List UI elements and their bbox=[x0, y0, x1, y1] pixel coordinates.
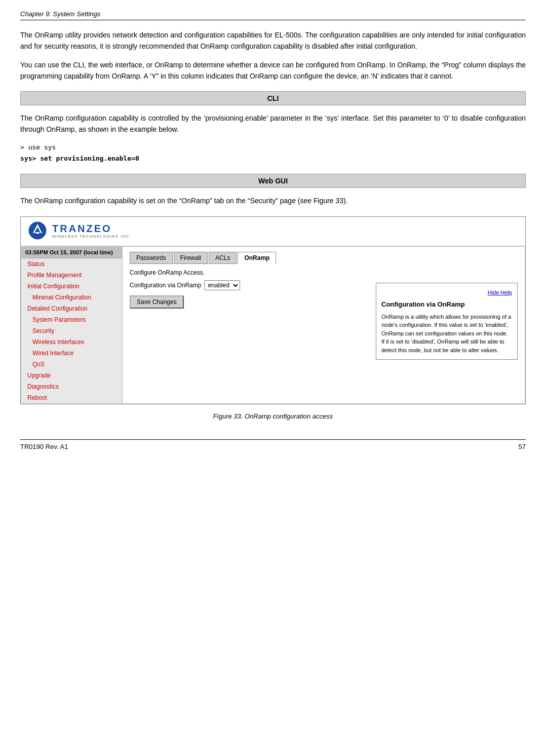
logo-box: TRANZEO WIRELESS TECHNOLOGIES INC. bbox=[52, 223, 131, 239]
sidebar-item-qos[interactable]: QoS bbox=[21, 359, 122, 370]
help-title: Configuration via OnRamp bbox=[381, 299, 512, 310]
save-changes-button[interactable]: Save Changes bbox=[130, 295, 184, 309]
code-line-2: sys> set provisioning.enable=0 bbox=[20, 153, 526, 164]
gui-screenshot: TRANZEO WIRELESS TECHNOLOGIES INC. 03:56… bbox=[20, 216, 526, 404]
main-content-area: Configuration via OnRamp enabled disable… bbox=[130, 280, 518, 360]
gui-main-panel: Passwords Firewall ACLs OnRamp Configure… bbox=[123, 247, 525, 403]
sidebar-item-system-parameters[interactable]: System Parameters bbox=[21, 314, 122, 325]
sidebar-item-minimal-configuration[interactable]: Minimal Configuration bbox=[21, 292, 122, 303]
sidebar-item-upgrade[interactable]: Upgrade bbox=[21, 370, 122, 381]
sidebar-item-wired-interface[interactable]: Wired Interface bbox=[21, 348, 122, 359]
sidebar-item-detailed-configuration[interactable]: Detailed Configuration bbox=[21, 303, 122, 314]
paragraph-1: The OnRamp utility provides network dete… bbox=[20, 29, 526, 52]
code-line-1: > use sys bbox=[20, 142, 526, 153]
footer-left: TR0190 Rev. A1 bbox=[20, 443, 68, 450]
logo-icon bbox=[28, 221, 47, 242]
config-via-select[interactable]: enabled disabled bbox=[204, 280, 240, 290]
gui-topbar: TRANZEO WIRELESS TECHNOLOGIES INC. bbox=[21, 217, 525, 246]
configure-onramp-label: Configure OnRamp Access. bbox=[130, 269, 518, 276]
gui-sidebar: 03:56PM Oct 15, 2007 (local time) Status… bbox=[21, 247, 123, 403]
code-block: > use sys sys> set provisioning.enable=0 bbox=[20, 142, 526, 164]
sidebar-item-reboot[interactable]: Reboot bbox=[21, 392, 122, 403]
tab-firewall[interactable]: Firewall bbox=[174, 252, 208, 264]
gui-body: 03:56PM Oct 15, 2007 (local time) Status… bbox=[21, 246, 525, 404]
config-via-row: Configuration via OnRamp enabled disable… bbox=[130, 280, 371, 290]
hide-help-link[interactable]: Hide Help bbox=[381, 288, 512, 297]
sidebar-item-initial-configuration[interactable]: Initial Configuration bbox=[21, 281, 122, 292]
footer: TR0190 Rev. A1 57 bbox=[20, 439, 526, 450]
tab-onramp[interactable]: OnRamp bbox=[238, 252, 276, 264]
help-box: Hide Help Configuration via OnRamp OnRam… bbox=[376, 283, 518, 360]
webgui-section-header: Web GUI bbox=[20, 174, 526, 188]
sidebar-item-status[interactable]: Status bbox=[21, 258, 122, 270]
chapter-title: Chapter 9: System Settings bbox=[20, 10, 526, 20]
cli-section-header: CLI bbox=[20, 91, 526, 105]
footer-right: 57 bbox=[519, 443, 526, 450]
tab-acls[interactable]: ACLs bbox=[209, 252, 237, 264]
tab-bar: Passwords Firewall ACLs OnRamp bbox=[130, 252, 518, 264]
config-via-label: Configuration via OnRamp bbox=[130, 282, 201, 289]
webgui-paragraph: The OnRamp configuration capability is s… bbox=[20, 195, 526, 206]
help-text: OnRamp is a utility which allows for pro… bbox=[381, 313, 512, 355]
svg-rect-3 bbox=[35, 232, 40, 234]
main-left: Configuration via OnRamp enabled disable… bbox=[130, 280, 371, 360]
tab-passwords[interactable]: Passwords bbox=[130, 252, 173, 264]
sidebar-item-wireless-interfaces[interactable]: Wireless Interfaces bbox=[21, 336, 122, 348]
figure-caption: Figure 33. OnRamp configuration access bbox=[20, 408, 526, 424]
paragraph-2: You can use the CLI, the web interface, … bbox=[20, 59, 526, 82]
sidebar-item-security[interactable]: Security bbox=[21, 325, 122, 336]
cli-paragraph: The OnRamp configuration capability is c… bbox=[20, 112, 526, 135]
sidebar-time: 03:56PM Oct 15, 2007 (local time) bbox=[21, 247, 122, 258]
sidebar-item-profile-management[interactable]: Profile Management bbox=[21, 270, 122, 281]
logo-subtitle: WIRELESS TECHNOLOGIES INC. bbox=[52, 234, 131, 239]
sidebar-item-diagnostics[interactable]: Diagnostics bbox=[21, 381, 122, 392]
logo-brand: TRANZEO bbox=[52, 223, 112, 234]
